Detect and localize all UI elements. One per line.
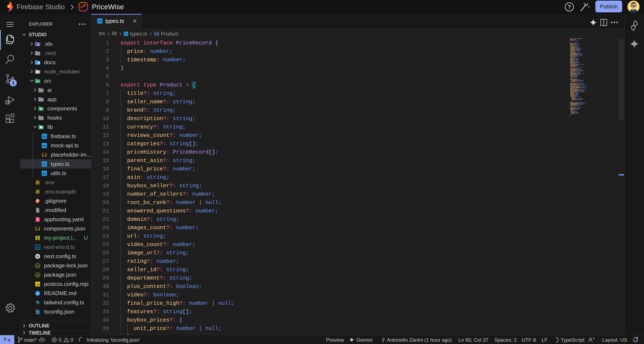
- svg-text:TS: TS: [98, 20, 102, 23]
- svg-text:JS: JS: [36, 283, 40, 286]
- svg-text:JS: JS: [36, 265, 39, 267]
- svg-text:TS: TS: [42, 144, 46, 148]
- svg-text:TS: TS: [42, 163, 46, 166]
- svg-text:TS: TS: [37, 312, 40, 314]
- svg-text:JS: JS: [36, 274, 39, 276]
- svg-text:TS: TS: [124, 33, 128, 35]
- svg-text:TS: TS: [42, 172, 46, 175]
- svg-text:?: ?: [568, 4, 571, 10]
- svg-text:i: i: [37, 291, 38, 296]
- svg-text:TS: TS: [42, 135, 46, 138]
- svg-text:TS: TS: [36, 246, 40, 249]
